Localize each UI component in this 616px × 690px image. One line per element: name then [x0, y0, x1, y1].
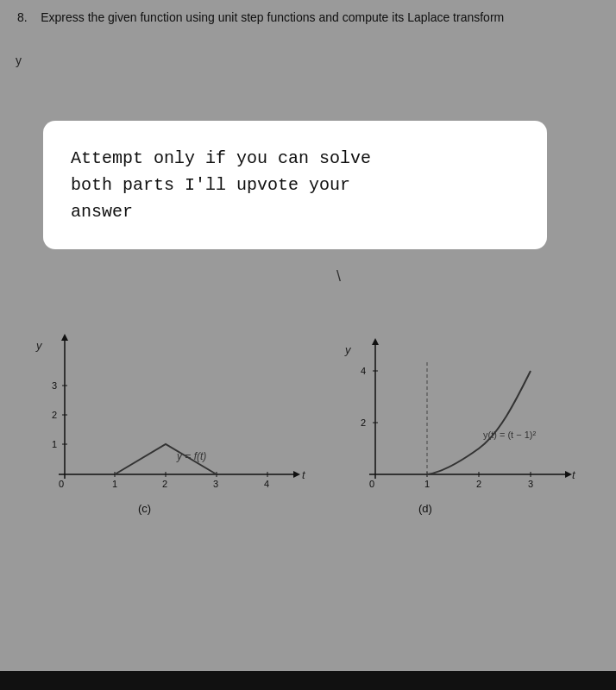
svg-text:4: 4: [264, 479, 269, 489]
svg-text:1: 1: [112, 479, 117, 489]
svg-marker-24: [565, 471, 572, 478]
svg-text:y(t) = (t − 1)²: y(t) = (t − 1)²: [483, 430, 536, 440]
svg-text:y = f(t): y = f(t): [176, 450, 206, 462]
svg-text:1: 1: [52, 439, 57, 449]
question-header: 8. Express the given function using unit…: [17, 10, 599, 24]
svg-text:3: 3: [213, 479, 218, 489]
svg-text:2: 2: [476, 479, 481, 489]
graph-c-label: (c): [138, 502, 151, 515]
svg-text:3: 3: [52, 380, 57, 391]
overlay-line2: both parts I'll upvote your: [71, 172, 519, 198]
svg-marker-25: [372, 338, 379, 345]
svg-text:y: y: [35, 339, 43, 352]
y-label-top: y: [16, 53, 22, 67]
svg-text:0: 0: [369, 479, 374, 489]
svg-text:2: 2: [361, 417, 366, 428]
decorative-backslash: \: [336, 267, 341, 285]
svg-marker-3: [61, 334, 68, 341]
graph-d-label: (d): [418, 502, 432, 515]
question-text: Express the given function using unit st…: [41, 10, 504, 24]
svg-marker-2: [293, 471, 300, 478]
svg-text:t: t: [302, 468, 306, 481]
svg-text:2: 2: [162, 479, 167, 489]
svg-text:0: 0: [59, 479, 64, 489]
svg-text:4: 4: [361, 366, 366, 376]
graph-d-container: 4 2 0 1 2 3 y t: [332, 336, 591, 522]
svg-text:t: t: [572, 468, 576, 481]
svg-text:y: y: [344, 343, 352, 356]
overlay-line1: Attempt only if you can solve: [71, 145, 519, 172]
svg-text:1: 1: [424, 479, 430, 489]
graph-d-svg: 4 2 0 1 2 3 y t: [332, 336, 591, 522]
page-background: 8. Express the given function using unit…: [0, 0, 616, 690]
svg-text:3: 3: [528, 479, 533, 489]
bottom-bar: [0, 671, 616, 690]
question-number: 8.: [17, 10, 28, 24]
overlay-card: Attempt only if you can solve both parts…: [43, 121, 547, 249]
graph-c-svg: 1 2 3 0 1 2 3 4 y t: [26, 332, 319, 522]
graph-c-container: 1 2 3 0 1 2 3 4 y t: [26, 332, 319, 522]
svg-text:2: 2: [52, 410, 57, 420]
overlay-line3: answer: [71, 198, 519, 225]
